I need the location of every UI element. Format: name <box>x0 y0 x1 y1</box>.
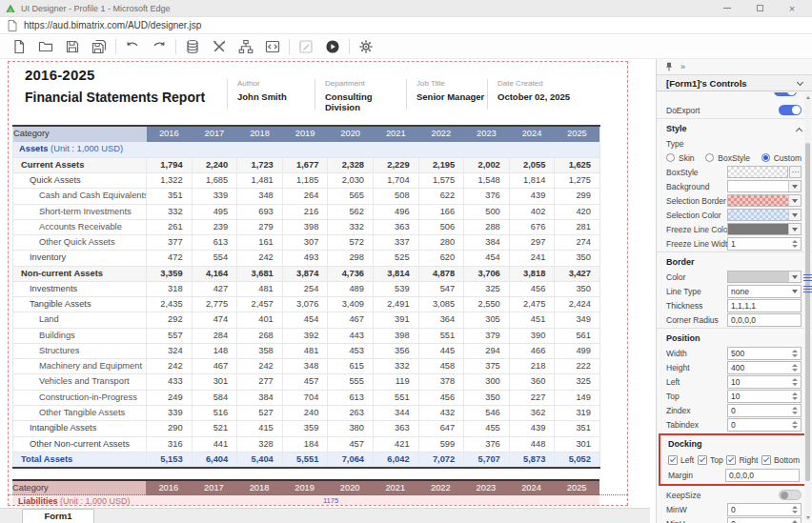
assets-table[interactable]: Category 2016201720182019202020212022202… <box>12 125 600 469</box>
value-cell: 1,677 <box>282 157 328 172</box>
value-cell: 2,435 <box>147 297 193 312</box>
value-cell: 647 <box>418 421 464 436</box>
value-cell: 525 <box>373 251 418 266</box>
value-cell: 249 <box>147 390 193 405</box>
section-label-cell: Assets (Unit : 1,000 USD) <box>13 142 600 157</box>
value-cell: 242 <box>237 359 283 374</box>
tools-icon[interactable] <box>206 36 233 57</box>
boxstyle-swatch[interactable] <box>727 166 788 178</box>
code-view-icon[interactable] <box>259 36 286 57</box>
dock-checkbox-bottom[interactable]: Bottom <box>761 455 800 465</box>
value-cell: 375 <box>464 359 510 374</box>
save-all-icon[interactable] <box>86 36 112 57</box>
radio-custom[interactable]: Custom <box>761 153 802 163</box>
minw-spinner[interactable]: 0 <box>727 503 802 516</box>
value-cell: 339 <box>192 189 237 204</box>
dock-checkbox-left[interactable]: Left <box>668 455 694 465</box>
section-style[interactable]: Style <box>657 118 812 136</box>
border-color-picker[interactable] <box>727 271 802 283</box>
line-type-select[interactable]: none <box>727 285 802 298</box>
address-bar[interactable]: https://aud.bimatrix.com/AUD/designer.js… <box>0 17 812 34</box>
keepsize-toggle[interactable] <box>779 490 802 500</box>
collapse-panel-icon[interactable]: » <box>680 62 685 71</box>
form-canvas[interactable]: 2016-2025 Financial Statements Report Au… <box>8 61 628 506</box>
radio-skin[interactable]: Skin <box>666 153 695 163</box>
value-cell: 5,707 <box>464 452 510 467</box>
meta-item: AuthorJohn Smith <box>227 79 315 110</box>
row-margin: Margin <box>660 468 809 482</box>
height-spinner[interactable]: 400 <box>727 361 802 374</box>
value-cell: 2,457 <box>237 297 283 312</box>
selection-border-picker[interactable] <box>727 194 802 207</box>
row-keepsize: KeepSize <box>657 488 812 502</box>
database-icon[interactable] <box>179 36 206 57</box>
row-label: Quick Assets <box>13 173 147 189</box>
value-cell: 339 <box>147 406 193 421</box>
row-selection-border: Selection Border <box>657 193 812 208</box>
row-label: Current Assets <box>13 157 147 172</box>
boxstyle-more-button[interactable]: ⋯ <box>789 166 802 178</box>
left-spinner[interactable]: 10 <box>727 375 802 389</box>
background-color-picker[interactable] <box>727 180 802 192</box>
corner-radius-input[interactable] <box>727 313 802 327</box>
panel-minibar: » <box>657 59 812 74</box>
settings-icon[interactable] <box>353 36 379 57</box>
minimize-button[interactable] <box>721 3 734 14</box>
value-cell: 420 <box>555 204 600 219</box>
value-cell: 350 <box>464 390 510 405</box>
top-spinner[interactable]: 10 <box>727 390 802 403</box>
freeze-line-width-spinner[interactable]: 1 <box>727 237 802 251</box>
value-cell: 376 <box>464 189 510 204</box>
scroll-down-icon[interactable] <box>804 513 811 521</box>
freeze-line-color-picker[interactable] <box>727 223 802 235</box>
dock-checkbox-right[interactable]: Right <box>726 455 758 465</box>
resize-grip[interactable] <box>803 274 812 281</box>
clipped-toggle[interactable] <box>774 92 797 96</box>
resize-grip[interactable] <box>803 286 812 292</box>
row-left: Left 10 <box>657 374 812 389</box>
tabindex-spinner[interactable]: 0 <box>727 418 802 432</box>
close-button[interactable]: × <box>785 3 799 14</box>
zindex-spinner[interactable]: 0 <box>727 404 802 417</box>
maximize-button[interactable] <box>753 3 766 14</box>
panel-scrollbar[interactable] <box>804 93 811 521</box>
form-tab-bar: Form1 <box>0 508 650 523</box>
section-position[interactable]: Position <box>657 328 812 346</box>
save-icon[interactable] <box>59 36 86 57</box>
table-row: Vehicles and Transport433301277457555119… <box>13 374 600 390</box>
margin-input[interactable] <box>725 469 800 482</box>
value-cell: 546 <box>464 406 510 421</box>
width-spinner[interactable]: 500 <box>727 347 802 360</box>
value-cell: 521 <box>192 421 237 436</box>
redo-icon[interactable] <box>146 36 173 57</box>
thickness-input[interactable] <box>727 299 802 312</box>
panel-header[interactable]: [Form1]'s Controls <box>657 74 812 91</box>
year-header-cell: 2020 <box>328 126 374 142</box>
section-docking: Docking <box>660 436 809 452</box>
type-label: Type <box>666 139 802 149</box>
run-icon[interactable] <box>319 36 346 57</box>
scroll-up-icon[interactable] <box>804 93 811 101</box>
dock-checkbox-top[interactable]: Top <box>698 455 723 465</box>
new-report-icon[interactable] <box>6 36 32 57</box>
pin-icon[interactable] <box>665 58 673 75</box>
value-cell: 264 <box>282 189 328 204</box>
value-cell: 318 <box>147 281 193 296</box>
value-cell: 356 <box>373 343 418 358</box>
report-meta: AuthorJohn SmithDepartmentConsulting Div… <box>227 79 611 110</box>
checkbox-label: Left <box>680 455 694 465</box>
section-border[interactable]: Border <box>657 251 812 270</box>
open-icon[interactable] <box>32 36 59 57</box>
radio-boxstyle[interactable]: BoxStyle <box>705 153 750 163</box>
minh-spinner[interactable]: 0 <box>727 517 802 523</box>
doexport-toggle[interactable] <box>779 105 802 115</box>
value-cell: 324 <box>147 343 193 358</box>
scrollbar-thumb[interactable] <box>805 143 810 481</box>
value-cell: 565 <box>328 189 374 204</box>
undo-icon[interactable] <box>119 36 146 57</box>
hierarchy-icon[interactable] <box>233 36 259 57</box>
value-cell: 294 <box>464 343 510 358</box>
selection-color-picker[interactable] <box>727 209 802 221</box>
tab-form1[interactable]: Form1 <box>22 509 94 523</box>
value-cell: 456 <box>418 390 464 405</box>
